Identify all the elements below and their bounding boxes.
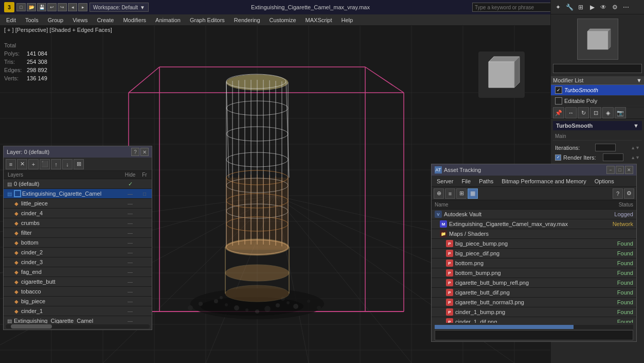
asset-item-2[interactable]: 📁 Maps / Shaders	[432, 229, 636, 239]
open-button[interactable]: 📂	[27, 3, 36, 11]
layer-item-0[interactable]: ▤ 0 (default) ✓	[4, 179, 152, 189]
search-input[interactable]	[472, 3, 554, 12]
layer-panel-close[interactable]: ✕	[140, 148, 149, 156]
turbosm-iterations-input[interactable]: 0	[595, 144, 616, 151]
menu-modifiers[interactable]: Modifiers	[119, 16, 150, 24]
window-title: Extinguishing_Cigarette_Camel_max_vray.m…	[149, 4, 472, 10]
asset-menu-options[interactable]: Options	[592, 177, 617, 185]
asset-close[interactable]: ✕	[625, 166, 633, 174]
asset-help-btn[interactable]: ?	[613, 188, 623, 199]
layer-scrollbar-thumb[interactable]	[11, 324, 52, 329]
asset-panel-titlebar[interactable]: AT Asset Tracking − □ ✕	[432, 164, 636, 176]
turbosm-header[interactable]: TurboSmooth ▼	[553, 121, 642, 130]
layer-btn7[interactable]: ⊞	[74, 159, 84, 169]
layer-expand-all[interactable]: ≡	[6, 159, 16, 169]
rp-icon-create[interactable]: ✦	[553, 2, 563, 12]
modifier-turbosm-checkbox[interactable]: ✓	[555, 87, 562, 94]
asset-maximize[interactable]: □	[616, 166, 624, 174]
menu-group[interactable]: Group	[44, 16, 68, 24]
rp-icon-display[interactable]: 👁	[598, 2, 609, 12]
layer-item-7[interactable]: ◆ cinder_2 —	[4, 248, 152, 257]
object-name-input[interactable]: cigarette_butt	[553, 64, 642, 73]
layer-item-11[interactable]: ◆ tobacco —	[4, 287, 152, 297]
asset-item-7[interactable]: P cigarette_butt_bump_refl.png Found	[432, 278, 636, 288]
asset-btn-2[interactable]: ≡	[445, 188, 455, 199]
asset-item-11[interactable]: P cinder_1_dif.png Found	[432, 317, 636, 323]
camera-button[interactable]: 📷	[615, 107, 626, 118]
pin-button[interactable]: 📌	[553, 107, 564, 118]
asset-btn-3[interactable]: ⊞	[456, 188, 467, 199]
save-button[interactable]: 💾	[37, 3, 46, 11]
modifier-editable-poly-checkbox[interactable]	[555, 97, 562, 105]
layer-delete[interactable]: ✕	[17, 159, 27, 169]
menu-customize[interactable]: Customize	[265, 16, 300, 24]
asset-item-9[interactable]: P cigarette_butt_normal3.png Found	[432, 298, 636, 307]
layer-item-10[interactable]: ◆ cigarette_butt —	[4, 277, 152, 287]
layer-item-1[interactable]: ▤ Extinguishing_Cigarette_Camel — □	[4, 189, 152, 199]
rp-icon-extra[interactable]: ⋯	[621, 2, 631, 12]
menu-maxscript[interactable]: MAXScript	[301, 16, 336, 24]
asset-menu-bitmap-perf[interactable]: Bitmap Performance and Memory	[498, 177, 589, 185]
layer-item-8[interactable]: ◆ cinder_3 —	[4, 257, 152, 267]
asset-btn-1[interactable]: ⊕	[434, 188, 444, 199]
layer-item-9[interactable]: ◆ fag_end —	[4, 267, 152, 277]
modifier-list-dropdown[interactable]: Modifier List ▼	[551, 76, 644, 85]
asset-minimize[interactable]: −	[606, 166, 615, 174]
turbosm-render-iters-input[interactable]: 1	[603, 153, 623, 161]
layer-item-6[interactable]: ◆ bottom —	[4, 238, 152, 248]
layer-item-5[interactable]: ◆ filter —	[4, 228, 152, 238]
rp-icon-hierarchy[interactable]: ⊞	[576, 2, 586, 12]
workspace-dropdown[interactable]: Workspace: Default ▼	[90, 3, 149, 12]
asset-menu-paths[interactable]: Paths	[476, 177, 496, 185]
layer-item-13[interactable]: ◆ cinder_1 —	[4, 306, 152, 316]
asset-item-10[interactable]: P cinder_1_bump.png Found	[432, 307, 636, 317]
rp-icon-utility[interactable]: ⚙	[610, 2, 620, 12]
layer-btn5[interactable]: ↑	[51, 159, 61, 169]
menu-create[interactable]: Create	[93, 16, 118, 24]
layer-item-14[interactable]: ▤ Extinguishing_Cigarette_Camel —	[4, 316, 152, 323]
menu-help[interactable]: Help	[337, 16, 357, 24]
layer-item-2[interactable]: ◆ little_piece —	[4, 199, 152, 209]
undo-button[interactable]: ↩	[47, 3, 57, 11]
asset-item-8[interactable]: P cigarette_butt_dif.png Found	[432, 288, 636, 298]
layer-item-4[interactable]: ◆ crumbs —	[4, 218, 152, 228]
layer-add[interactable]: +	[28, 159, 39, 169]
asset-item-4[interactable]: P big_piece_dif.png Found	[432, 249, 636, 258]
asset-item-1[interactable]: M Extinguishing_Cigarette_Camel_max_vray…	[432, 219, 636, 229]
rotate-button[interactable]: ↻	[578, 107, 589, 118]
menu-edit[interactable]: Edit	[2, 16, 20, 24]
layer-item-3[interactable]: ◆ cinder_4 —	[4, 209, 152, 218]
layer-item-12[interactable]: ◆ big_piece —	[4, 297, 152, 306]
layer-scrollbar[interactable]	[6, 324, 150, 329]
layer-panel-titlebar[interactable]: Layer: 0 (default) ? ✕	[4, 146, 152, 158]
layer-panel-help[interactable]: ?	[131, 148, 139, 156]
asset-menu-server[interactable]: Server	[434, 177, 456, 185]
scale-button[interactable]: ⊡	[590, 107, 601, 118]
asset-path-input[interactable]	[435, 330, 633, 340]
redo-button[interactable]: ↪	[58, 3, 67, 11]
asset-item-0[interactable]: V Autodesk Vault Logged	[432, 210, 636, 219]
menu-graph-editors[interactable]: Graph Editors	[186, 16, 229, 24]
asset-item-5[interactable]: P bottom.png Found	[432, 258, 636, 268]
modifier-editable-poly[interactable]: Editable Poly	[551, 96, 644, 107]
turbosm-render-iters-checkbox[interactable]: ✓	[555, 154, 561, 161]
layer-btn4[interactable]: ⬛	[40, 159, 50, 169]
modifier-turbosm[interactable]: ✓ TurboSmooth	[551, 85, 644, 96]
new-button[interactable]: □	[16, 3, 26, 11]
asset-settings-btn[interactable]: ⚙	[624, 188, 634, 199]
asset-item-6[interactable]: P bottom_bump.png Found	[432, 268, 636, 278]
asset-menu-file[interactable]: File	[458, 177, 474, 185]
ref-button[interactable]: ◈	[602, 107, 614, 118]
menu-animation[interactable]: Animation	[151, 16, 185, 24]
rp-icon-modify[interactable]: 🔧	[564, 2, 575, 12]
history-button[interactable]: ◂	[68, 3, 77, 11]
rp-icon-motion[interactable]: ▶	[587, 2, 597, 12]
asset-item-3[interactable]: P big_piece_bump.png Found	[432, 239, 636, 249]
history-fwd-button[interactable]: ▸	[78, 3, 87, 11]
menu-rendering[interactable]: Rendering	[230, 16, 264, 24]
move-button[interactable]: ↔	[565, 107, 577, 118]
asset-btn-4[interactable]: ▦	[468, 188, 478, 199]
layer-btn6[interactable]: ↓	[62, 159, 73, 169]
menu-tools[interactable]: Tools	[21, 16, 43, 24]
menu-views[interactable]: Views	[68, 16, 92, 24]
